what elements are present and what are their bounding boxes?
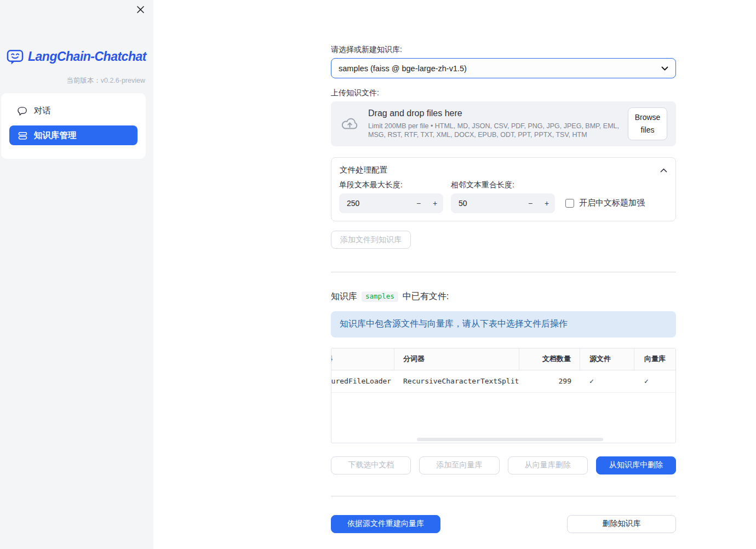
cloud-upload-icon <box>340 116 360 132</box>
main-content: 请选择或新建知识库: samples (faiss @ bge-large-zh… <box>331 0 676 533</box>
table-header-cell-splitter[interactable]: 分词器 <box>394 348 519 370</box>
overlap-increment-button[interactable]: + <box>539 193 555 213</box>
delete-from-vector-store-button[interactable]: 从向量库删除 <box>508 456 588 474</box>
chunk-size-field: 单段文本最大长度: 250 − + <box>339 181 443 213</box>
expander-header[interactable]: 文件处理配置 <box>331 158 675 181</box>
kb-select-value: samples (faiss @ bge-large-zh-v1.5) <box>339 64 467 73</box>
table-cell-vector-store-check: ✓ <box>634 370 675 392</box>
chevron-up-icon <box>660 168 667 173</box>
sidebar-item-label: 知识库管理 <box>34 130 77 141</box>
existing-suffix: 中已有文件: <box>403 292 449 301</box>
table-header-cell-source-file[interactable]: 源文件 <box>580 348 634 370</box>
zh-title-checkbox[interactable] <box>565 199 574 208</box>
delete-kb-button[interactable]: 删除知识库 <box>567 515 676 533</box>
file-dropzone[interactable]: Drag and drop files here Limit 200MB per… <box>331 101 676 146</box>
version-label: 当前版本： <box>66 77 101 84</box>
file-config-expander: 文件处理配置 单段文本最大长度: 250 − + 相邻文本重合长度: <box>331 157 676 221</box>
existing-prefix: 知识库 <box>331 292 357 301</box>
add-files-button[interactable]: 添加文件到知识库 <box>331 231 411 249</box>
sidebar-menu: 对话 知识库管理 <box>1 93 146 159</box>
expander-body: 单段文本最大长度: 250 − + 相邻文本重合长度: 50 − + <box>331 181 675 213</box>
download-selected-button[interactable]: 下载选中文档 <box>331 456 411 474</box>
delete-from-kb-button[interactable]: 从知识库中删除 <box>596 456 676 474</box>
rebuild-vector-store-button[interactable]: 依据源文件重建向量库 <box>331 515 440 533</box>
dropzone-text: Drag and drop files here Limit 200MB per… <box>368 108 620 140</box>
chunk-size-increment-button[interactable]: + <box>427 193 443 213</box>
sidebar-item-kb-management[interactable]: 知识库管理 <box>9 125 138 145</box>
table-cell-doc-count: 299 <box>519 370 580 392</box>
divider <box>331 272 676 272</box>
chunk-size-input[interactable]: 250 − + <box>339 193 443 213</box>
table-row[interactable]: UnstructuredFileLoader RecursiveCharacte… <box>331 370 675 393</box>
dropzone-limit: Limit 200MB per file • HTML, MD, JSON, C… <box>368 122 620 140</box>
kb-footer-actions: 依据源文件重建向量库 删除知识库 <box>331 515 676 533</box>
version-text: 当前版本：v0.2.6-preview <box>66 76 145 85</box>
sidebar: LangChain-Chatchat 当前版本：v0.2.6-preview 对… <box>0 0 153 549</box>
info-alert-text: 知识库中包含源文件与向量库，请从下表中选择文件后操作 <box>340 318 568 330</box>
file-actions-row: 下载选中文档 添加至向量库 从向量库删除 从知识库中删除 <box>331 456 676 474</box>
sidebar-close-icon[interactable] <box>135 4 146 15</box>
sidebar-item-label: 对话 <box>34 105 51 117</box>
overlap-field: 相邻文本重合长度: 50 − + <box>451 181 555 213</box>
divider <box>331 496 676 496</box>
chevron-down-icon <box>661 66 668 71</box>
table-header-cell-doc-count[interactable]: 文档数量 <box>519 348 580 370</box>
overlap-label: 相邻文本重合长度: <box>451 181 555 188</box>
table-horizontal-scrollbar[interactable] <box>417 438 603 441</box>
table-header-cell-vector-store[interactable]: 向量库 <box>634 348 675 370</box>
logo-title: LangChain-Chatchat <box>28 49 146 64</box>
kb-select[interactable]: samples (faiss @ bge-large-zh-v1.5) <box>331 58 676 78</box>
app-logo: LangChain-Chatchat <box>6 48 146 66</box>
app-root: LangChain-Chatchat 当前版本：v0.2.6-preview 对… <box>0 0 756 549</box>
chunk-size-decrement-button[interactable]: − <box>410 193 427 213</box>
add-to-vector-store-button[interactable]: 添加至向量库 <box>419 456 499 474</box>
version-value: v0.2.6-preview <box>101 77 145 84</box>
chat-bubble-icon <box>18 106 28 116</box>
chunk-size-value: 250 <box>347 199 410 208</box>
chunk-size-label: 单段文本最大长度: <box>339 181 443 188</box>
info-alert: 知识库中包含源文件与向量库，请从下表中选择文件后操作 <box>331 311 676 338</box>
browse-files-button[interactable]: Browse files <box>628 107 667 140</box>
kb-name-code: samples <box>362 291 398 302</box>
kb-select-label: 请选择或新建知识库: <box>331 45 676 53</box>
upload-label: 上传知识文件: <box>331 89 676 96</box>
table-cell-splitter: RecursiveCharacterTextSplitter <box>394 370 519 392</box>
sidebar-item-chat[interactable]: 对话 <box>9 101 138 121</box>
table-cell-loader: UnstructuredFileLoader <box>331 370 394 392</box>
table-cell-source-file-check: ✓ <box>580 370 634 392</box>
dropzone-title: Drag and drop files here <box>368 108 620 118</box>
overlap-decrement-button[interactable]: − <box>522 193 539 213</box>
zh-title-checkbox-label: 开启中文标题加强 <box>579 198 645 208</box>
overlap-input[interactable]: 50 − + <box>451 193 555 213</box>
logo-smiley-icon <box>6 48 24 66</box>
table-header: 文档加载器 分词器 文档数量 源文件 向量库 <box>331 348 675 370</box>
overlap-value: 50 <box>459 199 522 208</box>
files-table[interactable]: 文档加载器 分词器 文档数量 源文件 向量库 UnstructuredFileL… <box>331 348 676 443</box>
zh-title-checkbox-row[interactable]: 开启中文标题加强 <box>565 198 645 208</box>
existing-files-heading: 知识库 samples 中已有文件: <box>331 291 676 302</box>
kb-stack-icon <box>18 130 28 141</box>
table-header-cell-loader[interactable]: 文档加载器 <box>331 348 394 370</box>
expander-title: 文件处理配置 <box>340 165 387 175</box>
